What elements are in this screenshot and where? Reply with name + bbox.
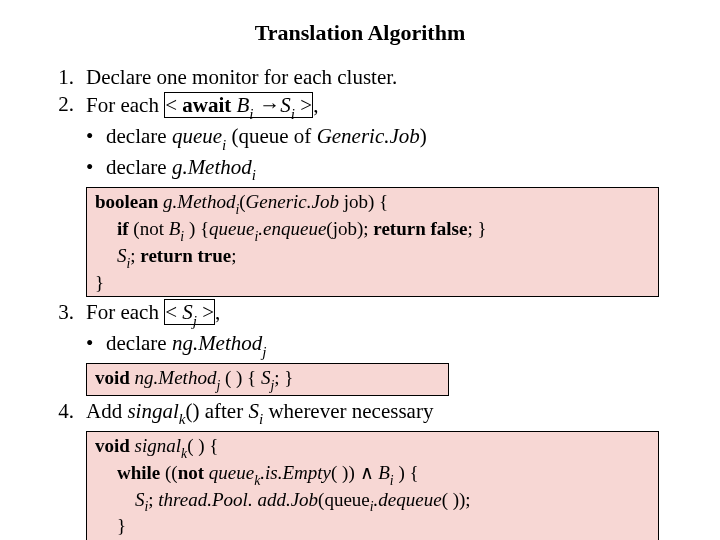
item-2-number: 2. [40,91,86,118]
item-1: 1. Declare one monitor for each cluster. [40,64,680,91]
c1l3-rett: return true [140,245,231,266]
c3l1-signal: signal [130,435,181,456]
c1l2-queue: queue [209,218,254,239]
code1-line2: if (not Bi ) {queuei.enqueue(job); retur… [95,217,650,244]
t2-comma: , [313,93,318,117]
c3l3-deq: .dequeue [374,489,442,510]
c1l2-not: (not [129,218,169,239]
c3l3-Si: i [145,499,149,514]
c1l2-enq: .enqueue [258,218,326,239]
c2l1-S: S [261,367,271,388]
item-2: 2. For each < await Bi →Si >, [40,91,680,123]
t3-gt: > [197,300,214,324]
c3l3-qi: i [370,499,374,514]
item-2-box: < await Bi →Si > [164,92,313,118]
c2l1-ngm: ng.Method [130,367,217,388]
c1l2-job: (job); [326,218,373,239]
code3-line1: void signalk( ) { [95,434,650,461]
t4-Si: i [259,411,263,427]
b21-declare: declare [106,124,172,148]
item-3-text: For each < Sj >, [86,299,680,330]
c1l3-semi: ; [130,245,140,266]
code2-line1: void ng.Methodj ( ) { Sj; } [95,366,440,393]
code-block-3: void signalk( ) { while ((not queuek.is.… [86,431,659,540]
t3-comma: , [215,300,220,324]
bullet-dot: • [86,330,106,357]
t2-S: S [280,93,291,117]
b22-gm: g.Method [172,155,252,179]
c3l3-end: ( )); [442,489,471,510]
c2l1-Sj: j [271,378,275,393]
code3-line4: } [95,514,650,538]
t3-prefix: For each [86,300,164,324]
c3l3-queue: (queue [318,489,370,510]
c3l2-qk: k [254,473,260,488]
t2-await: await [182,93,231,117]
b31-j: j [262,344,266,360]
item-3-box: < Sj > [164,299,215,325]
b22-declare: declare [106,155,172,179]
c3l1-void: void [95,435,130,456]
code3-line3: Si; thread.Pool. add.Job(queuei.dequeue(… [95,488,650,515]
b21-queue: queue [172,124,222,148]
item-2-bullet-2: • declare g.Methodi [40,154,680,185]
t4-after: () after [185,399,248,423]
c3l2-wedge: ∧ [360,462,374,483]
code-block-2: void ng.Methodj ( ) { Sj; } [86,363,449,396]
t3-S: S [182,300,193,324]
t4-add: Add [86,399,127,423]
c3l3-S: S [135,489,145,510]
t3-lt: < [165,300,182,324]
b21-paren: (queue of [226,124,316,148]
page-title: Translation Algorithm [40,20,680,46]
t4-singal: singal [127,399,178,423]
c3l1-k: k [181,446,187,461]
b31-ngm: ng.Method [172,331,262,355]
c3l2-paren2: ( )) [331,462,359,483]
c1l1-end: job) { [339,191,388,212]
c1l1-i: i [235,202,239,217]
item-2-text: For each < await Bi →Si >, [86,91,680,123]
item-1-text: Declare one monitor for each cluster. [86,64,680,91]
t2-arrow: → [254,93,281,116]
t2-lt: < [165,93,182,117]
t2-B: B [231,93,249,117]
c3l3-semi: ; [148,489,158,510]
c1l1-bool: boolean [95,191,158,212]
item-3-number: 3. [40,299,86,326]
c3l2-B: B [374,462,390,483]
t3-Sj: j [193,313,197,329]
c2l1-paren: ( ) { [220,367,261,388]
c2l1-void: void [95,367,130,388]
code1-line4: } [95,271,650,295]
c1l3-end: ; [231,245,236,266]
c1l2-qi: i [254,229,258,244]
item-4-text: Add singalk() after Si wherever necessar… [86,398,680,429]
b21-i: i [222,137,226,153]
item-1-number: 1. [40,64,86,91]
c1l2-if: if [117,218,129,239]
algorithm-list: 1. Declare one monitor for each cluster.… [40,64,680,540]
c1l2-end: ; } [467,218,486,239]
c3l2-not: not [178,462,204,483]
b31-declare: declare [106,331,172,355]
t2-Bi: i [249,106,253,122]
c3l2-queue: queue [204,462,254,483]
c1l2-brace: ) { [184,218,209,239]
code1-line1: boolean g.Methodi(Generic.Job job) { [95,190,650,217]
t4-tail: wherever necessary [263,399,433,423]
c2l1-end: ; } [274,367,293,388]
c3l2-brace: ) { [394,462,419,483]
c1l2-B: B [169,218,181,239]
bullet-dot: • [86,123,106,150]
item-2-bullet-1-text: declare queuei (queue of Generic.Job) [106,123,427,154]
b21-gj: Generic.Job [317,124,420,148]
t2-Si: i [291,106,295,122]
c3l2-while: while [117,462,160,483]
c3l3-tpaj: thread.Pool. add.Job [158,489,318,510]
c1l3-Si: i [127,256,131,271]
c1l2-Bi: i [180,229,184,244]
item-2-prefix: For each [86,93,164,117]
c1l3-S: S [117,245,127,266]
c2l1-j: j [216,378,220,393]
